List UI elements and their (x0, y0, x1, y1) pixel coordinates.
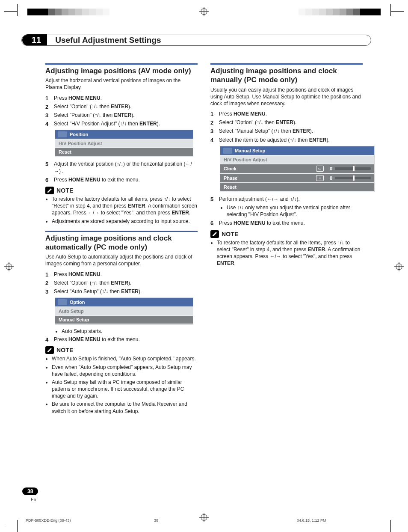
page-language: En (31, 497, 36, 502)
substep: Use ↑/↓ only when you adjust the vertica… (227, 204, 363, 218)
osd-row: Clock (224, 166, 237, 171)
phase-slider: ≡ 0 (316, 175, 371, 181)
substep: Auto Setup starts. (62, 328, 198, 334)
osd-row: Phase (224, 175, 237, 181)
pencil-icon (45, 187, 54, 194)
imprint-timestamp: 04.6.15, 1:12 PM (297, 518, 382, 523)
chapter-title: Useful Adjustment Settings (55, 36, 161, 45)
section3-steps: Press HOME MENU. Select "Option" (↑/↓ th… (210, 110, 363, 143)
registration-mark-icon (199, 7, 209, 16)
section3-notes: To restore the factory defaults for all … (210, 239, 363, 267)
section2-notes: When Auto Setup is finished, "Auto Setup… (45, 355, 198, 415)
section1-notes: To restore the factory defaults for all … (45, 196, 198, 225)
tv-icon (58, 131, 67, 137)
osd-title: Position (70, 132, 88, 137)
step: Adjust the vertical position (↑/↓) or th… (45, 160, 198, 174)
registration-mark-icon (4, 262, 14, 271)
osd-manual-setup-menu: Manual Setup H/V Position Adjust Clock ▭… (220, 146, 375, 192)
osd-row: Reset (224, 184, 237, 190)
osd-position-menu: Position H/V Position Adjust Reset (55, 130, 193, 157)
osd-row: Reset (59, 149, 71, 155)
clock-icon: ▭ (316, 166, 324, 172)
section2-title: Adjusting image positions and clock auto… (45, 234, 198, 252)
registration-mark-icon (199, 513, 209, 523)
tv-icon (223, 148, 232, 154)
section2-steps: Press HOME MENU. Select "Option" (↑/↓ th… (45, 271, 198, 295)
top-crop-decor (0, 4, 408, 15)
section1-title: Adjusting image positions (AV mode only) (45, 66, 198, 75)
manual-page: 11 Useful Adjustment Settings Adjusting … (0, 0, 408, 532)
chapter-header: 11 Useful Adjustment Settings (22, 34, 371, 46)
section3-title: Adjusting image positions and clock manu… (210, 66, 363, 85)
imprint-doc: PDP-505XDE-Eng (38-43) (26, 518, 154, 523)
left-column: Adjusting image positions (AV mode only)… (45, 63, 198, 421)
section3-lead: Usually you can easily adjust the positi… (210, 86, 363, 107)
right-column: Adjusting image positions and clock manu… (210, 63, 363, 421)
osd-row: H/V Position Adjust (224, 157, 267, 162)
note-header: NOTE (210, 230, 363, 238)
step: Perform adjustment (←/→ and ↑/↓). (219, 196, 300, 202)
tv-icon (58, 299, 67, 305)
osd-row: H/V Position Adjust (59, 141, 102, 146)
clock-slider: ▭ 0 (316, 166, 371, 172)
section1-lead: Adjust the horizontal and vertical posit… (45, 77, 198, 91)
section2-lead: Use Auto Setup to automatically adjust t… (45, 253, 198, 267)
imprint-page: 38 (154, 518, 239, 523)
osd-title: Option (70, 300, 85, 305)
note-header: NOTE (45, 187, 198, 194)
osd-title: Manual Setup (235, 148, 266, 153)
note-header: NOTE (45, 346, 198, 354)
section1-steps: Press HOME MENU. Select "Option" (↑/↓ th… (45, 95, 198, 128)
osd-row: Auto Setup (59, 309, 84, 314)
pencil-icon (45, 346, 54, 354)
osd-option-menu: Option Auto Setup Manual Setup (55, 297, 193, 325)
registration-mark-icon (394, 262, 404, 271)
osd-row: Manual Setup (59, 317, 89, 322)
page-number: 38 (22, 487, 38, 495)
pencil-icon (210, 230, 219, 238)
phase-icon: ≡ (316, 175, 324, 181)
